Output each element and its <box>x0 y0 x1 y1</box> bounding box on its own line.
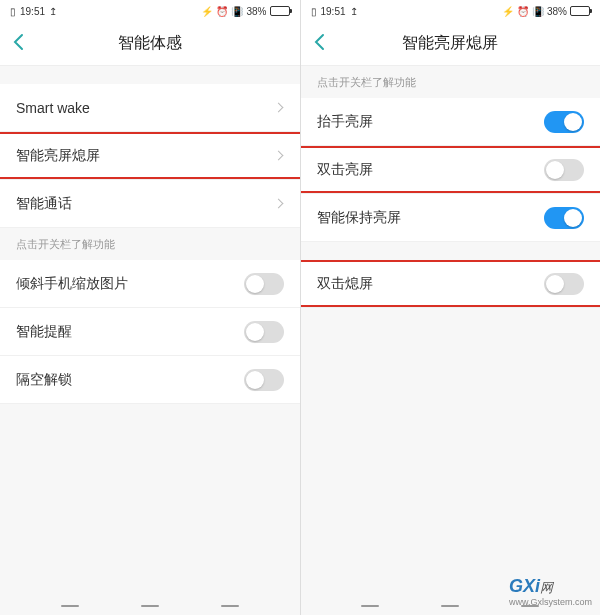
page-title: 智能体感 <box>118 33 182 54</box>
nav-key[interactable] <box>361 605 379 607</box>
alarm-icon: ⏰ <box>517 6 529 17</box>
toggle-double-tap-wake[interactable] <box>544 159 584 181</box>
row-tilt-zoom[interactable]: 倾斜手机缩放图片 <box>0 260 300 308</box>
row-double-tap-wake[interactable]: 双击亮屏 <box>301 146 601 194</box>
toggle-smart-keep[interactable] <box>544 207 584 229</box>
alarm-icon: ⏰ <box>216 6 228 17</box>
content-right: 点击开关栏了解功能 抬手亮屏 双击亮屏 智能保持亮屏 双击熄屏 <box>301 66 601 597</box>
row-label: 双击亮屏 <box>317 161 373 179</box>
back-button[interactable] <box>12 33 24 55</box>
status-time: 19:51 <box>321 6 346 17</box>
status-bar: ▯ 19:51 ↥ ⚡ ⏰ 📳 38% <box>301 0 601 22</box>
nav-key[interactable] <box>61 605 79 607</box>
phone-right: ▯ 19:51 ↥ ⚡ ⏰ 📳 38% 智能亮屏熄屏 点击开关栏了解功能 抬手亮… <box>301 0 601 615</box>
nav-bar <box>0 597 300 615</box>
row-label: 双击熄屏 <box>317 275 373 293</box>
row-smart-screen[interactable]: 智能亮屏熄屏 <box>0 132 300 180</box>
watermark-url: www.Gxlsystem.com <box>509 597 592 607</box>
chevron-right-icon <box>273 151 283 161</box>
watermark: GXi网 www.Gxlsystem.com <box>509 576 592 607</box>
battery-indicator-icon: ▯ <box>10 6 16 17</box>
row-label: Smart wake <box>16 100 90 116</box>
battery-icon <box>270 6 290 16</box>
chevron-right-icon <box>273 199 283 209</box>
row-double-tap-sleep[interactable]: 双击熄屏 <box>301 260 601 308</box>
vibrate-icon: 📳 <box>532 6 544 17</box>
toggle-tilt-zoom[interactable] <box>244 273 284 295</box>
toggle-smart-remind[interactable] <box>244 321 284 343</box>
battery-icon <box>570 6 590 16</box>
row-label: 隔空解锁 <box>16 371 72 389</box>
toggle-air-unlock[interactable] <box>244 369 284 391</box>
nav-key[interactable] <box>441 605 459 607</box>
chevron-right-icon <box>273 103 283 113</box>
nav-key[interactable] <box>141 605 159 607</box>
row-label: 倾斜手机缩放图片 <box>16 275 128 293</box>
content-left: Smart wake 智能亮屏熄屏 智能通话 点击开关栏了解功能 倾斜手机缩放图… <box>0 66 300 597</box>
row-label: 智能提醒 <box>16 323 72 341</box>
upload-icon: ↥ <box>350 6 358 17</box>
phone-left: ▯ 19:51 ↥ ⚡ ⏰ 📳 38% 智能体感 Smart wake <box>0 0 301 615</box>
chevron-left-icon <box>12 33 24 51</box>
page-title: 智能亮屏熄屏 <box>402 33 498 54</box>
chevron-left-icon <box>313 33 325 51</box>
battery-indicator-icon: ▯ <box>311 6 317 17</box>
back-button[interactable] <box>313 33 325 55</box>
bluetooth-icon: ⚡ <box>201 6 213 17</box>
row-smart-wake[interactable]: Smart wake <box>0 84 300 132</box>
status-bar: ▯ 19:51 ↥ ⚡ ⏰ 📳 38% <box>0 0 300 22</box>
vibrate-icon: 📳 <box>231 6 243 17</box>
row-smart-remind[interactable]: 智能提醒 <box>0 308 300 356</box>
row-air-unlock[interactable]: 隔空解锁 <box>0 356 300 404</box>
watermark-suffix: 网 <box>540 580 553 595</box>
row-label: 智能亮屏熄屏 <box>16 147 100 165</box>
battery-percent: 38% <box>246 6 266 17</box>
nav-key[interactable] <box>221 605 239 607</box>
header: 智能体感 <box>0 22 300 66</box>
upload-icon: ↥ <box>49 6 57 17</box>
row-label: 智能保持亮屏 <box>317 209 401 227</box>
row-smart-call[interactable]: 智能通话 <box>0 180 300 228</box>
row-raise-wake[interactable]: 抬手亮屏 <box>301 98 601 146</box>
header: 智能亮屏熄屏 <box>301 22 601 66</box>
row-label: 抬手亮屏 <box>317 113 373 131</box>
row-label: 智能通话 <box>16 195 72 213</box>
section-header: 点击开关栏了解功能 <box>0 228 300 260</box>
row-smart-keep[interactable]: 智能保持亮屏 <box>301 194 601 242</box>
battery-percent: 38% <box>547 6 567 17</box>
status-time: 19:51 <box>20 6 45 17</box>
toggle-double-tap-sleep[interactable] <box>544 273 584 295</box>
section-header: 点击开关栏了解功能 <box>301 66 601 98</box>
watermark-brand: GXi <box>509 576 540 596</box>
toggle-raise-wake[interactable] <box>544 111 584 133</box>
bluetooth-icon: ⚡ <box>502 6 514 17</box>
